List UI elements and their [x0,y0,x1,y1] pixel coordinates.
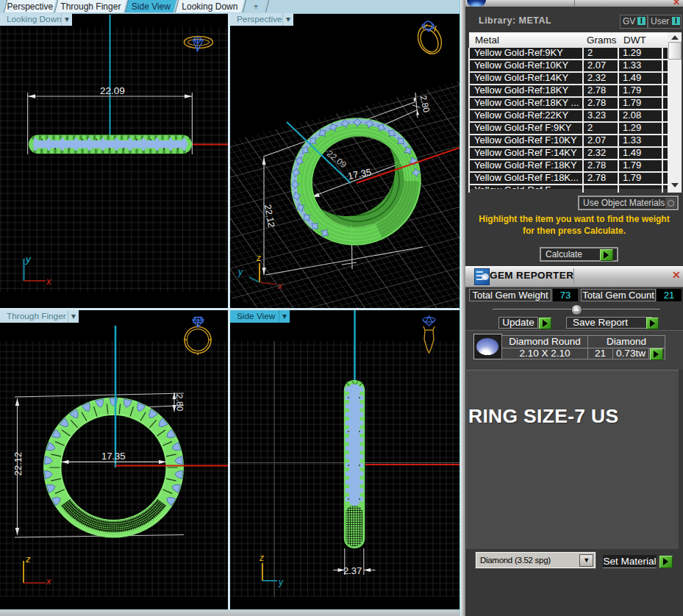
svg-text:y: y [278,577,284,587]
svg-text:y: y [237,267,243,277]
svg-text:22.09: 22.09 [100,85,125,96]
svg-text:x: x [46,576,51,587]
svg-text:2.37: 2.37 [343,565,362,576]
svg-text:z: z [256,253,261,263]
svg-text:17.35: 17.35 [101,451,126,462]
svg-text:2.80: 2.80 [174,394,185,412]
svg-text:z: z [25,554,31,565]
svg-text:22.12: 22.12 [12,452,24,476]
svg-text:x: x [277,281,283,291]
svg-text:z: z [259,553,264,563]
svg-text:x: x [46,276,51,287]
